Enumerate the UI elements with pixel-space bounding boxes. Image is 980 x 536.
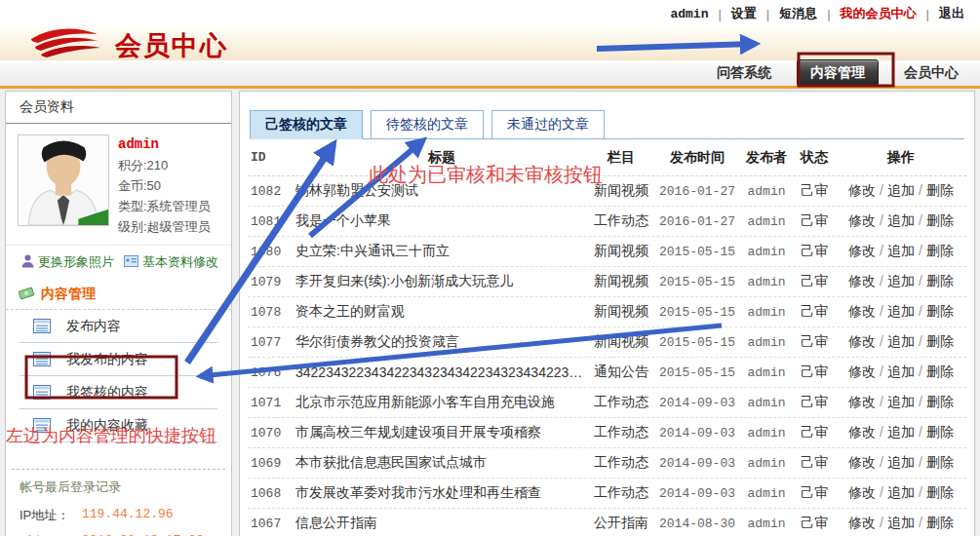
- edit-link[interactable]: 修改: [848, 364, 876, 379]
- article-tab[interactable]: 待签核的文章: [371, 110, 484, 139]
- cell-category: 公开指南: [588, 515, 654, 532]
- cell-status: 己审: [793, 424, 836, 441]
- append-link[interactable]: 追加: [887, 454, 915, 470]
- cell-title[interactable]: 锡林郭勒盟公安测试: [295, 182, 588, 200]
- cell-title[interactable]: 北京市示范应用新能源小客车自用充电设施: [295, 394, 588, 411]
- append-link[interactable]: 追加: [887, 424, 915, 440]
- sidebar-menu-item[interactable]: 我发布的内容: [20, 343, 217, 376]
- avatar: [18, 134, 109, 226]
- delete-link[interactable]: 删除: [926, 333, 954, 349]
- cell-title[interactable]: 资本之王的财富观: [295, 303, 588, 321]
- profile-field: 金币:50: [118, 175, 211, 196]
- cell-title[interactable]: 市属高校三年规划建设项目开展专项稽察: [295, 424, 588, 441]
- delete-link[interactable]: 删除: [926, 515, 954, 530]
- sidebar-menu-item[interactable]: 我签核的内容: [20, 376, 217, 409]
- cell-title[interactable]: 3422343223434223432343422343234342234323…: [295, 364, 588, 380]
- delete-link[interactable]: 删除: [926, 364, 954, 379]
- cell-id: 1070: [248, 426, 295, 440]
- profile-field: 级别:超级管理员: [118, 216, 211, 237]
- cell-status: 己审: [793, 364, 836, 381]
- edit-link[interactable]: 修改: [848, 243, 876, 258]
- append-link[interactable]: 追加: [887, 484, 915, 500]
- append-link[interactable]: 追加: [887, 243, 915, 258]
- edit-link[interactable]: 修改: [848, 333, 876, 349]
- cell-title[interactable]: 史立荣:中兴通讯三十而立: [295, 243, 588, 260]
- cell-id: 1080: [248, 245, 295, 259]
- cell-id: 1067: [248, 517, 295, 531]
- cell-title[interactable]: 华尔街债券教父的投资箴言: [295, 333, 588, 351]
- topbar-link[interactable]: 我的会员中心: [817, 5, 916, 22]
- nav-tab[interactable]: 问答系统: [717, 64, 771, 82]
- col-header-date: 发布时间: [654, 149, 740, 167]
- topbar-link[interactable]: 短消息: [757, 5, 817, 22]
- topbar-link[interactable]: 设置: [708, 5, 756, 22]
- ip-value: 119.44.12.96: [82, 507, 174, 524]
- append-link[interactable]: 追加: [887, 515, 915, 530]
- cell-status: 己审: [793, 333, 836, 351]
- cell-title[interactable]: 本市获批信息惠民国家试点城市: [295, 454, 588, 472]
- table-row: 1067 信息公开指南 公开指南 2014-08-30 admin 己审 修改/…: [248, 509, 966, 536]
- append-link[interactable]: 追加: [887, 182, 915, 198]
- cell-date: 2016-01-27: [654, 214, 740, 229]
- append-link[interactable]: 追加: [887, 273, 915, 288]
- cell-title[interactable]: 李开复归来(续):小创新渐成大玩意儿: [295, 273, 588, 290]
- edit-link[interactable]: 修改: [848, 515, 876, 530]
- delete-link[interactable]: 删除: [926, 182, 954, 198]
- delete-link[interactable]: 删除: [926, 273, 954, 288]
- edit-link[interactable]: 修改: [848, 394, 876, 409]
- delete-link[interactable]: 删除: [926, 484, 954, 500]
- append-link[interactable]: 追加: [887, 303, 915, 319]
- article-tab[interactable]: 己签核的文章: [250, 110, 363, 139]
- delete-link[interactable]: 删除: [926, 212, 954, 228]
- edit-link[interactable]: 修改: [848, 212, 876, 228]
- content-manage-section-header: 内容管理: [6, 279, 231, 310]
- cell-title[interactable]: 市发展改革委对我市污水处理和再生稽查: [295, 484, 588, 502]
- cell-author: admin: [740, 517, 793, 531]
- cell-ops: 修改/追加/删除: [836, 182, 966, 200]
- edit-link[interactable]: 修改: [848, 303, 876, 319]
- edit-link[interactable]: 修改: [848, 454, 876, 470]
- sidebar-menu-item[interactable]: 发布内容: [20, 310, 217, 343]
- ip-label: IP地址：: [20, 507, 82, 524]
- delete-link[interactable]: 删除: [926, 454, 954, 470]
- delete-link[interactable]: 删除: [926, 303, 954, 319]
- delete-link[interactable]: 删除: [926, 243, 954, 258]
- cell-title[interactable]: 信息公开指南: [295, 515, 588, 532]
- cell-ops: 修改/追加/删除: [836, 515, 966, 532]
- nav-tab[interactable]: 会员中心: [904, 64, 959, 82]
- append-link[interactable]: 追加: [887, 364, 915, 379]
- edit-link[interactable]: 修改: [848, 484, 876, 500]
- profile-username: admin: [118, 136, 211, 152]
- nav-tab[interactable]: 内容管理: [797, 59, 879, 87]
- cell-author: admin: [740, 214, 793, 229]
- append-link[interactable]: 追加: [887, 333, 915, 349]
- cell-id: 1077: [248, 335, 295, 350]
- delete-link[interactable]: 删除: [926, 424, 954, 440]
- article-tab[interactable]: 未通过的文章: [491, 110, 605, 139]
- change-photo-link[interactable]: 更换形象照片: [21, 253, 114, 271]
- cell-category: 新闻视频: [588, 273, 654, 290]
- cell-title[interactable]: 我是一个小苹果: [295, 212, 588, 230]
- cell-date: 2014-09-03: [654, 426, 740, 440]
- sidebar: 会员资料 admin 积分:210金币:50类型:系统管理员级别:超级管理员: [5, 91, 232, 536]
- cell-ops: 修改/追加/删除: [836, 454, 966, 472]
- topbar-link[interactable]: admin: [670, 7, 708, 21]
- cell-id: 1079: [248, 275, 295, 289]
- edit-link[interactable]: 修改: [848, 182, 876, 198]
- append-link[interactable]: 追加: [887, 212, 915, 228]
- cell-author: admin: [740, 365, 793, 380]
- append-link[interactable]: 追加: [887, 394, 915, 409]
- sidebar-menu-item[interactable]: 我的内容收藏: [20, 409, 217, 442]
- logo-band: 会员中心: [0, 27, 980, 60]
- cell-category: 新闻视频: [588, 303, 654, 321]
- article-table: ID 标题 栏目 发布时间 发布者 状态 操作 1082 锡林郭勒盟公安测试 新…: [248, 139, 966, 536]
- cell-ops: 修改/追加/删除: [836, 424, 966, 441]
- cell-ops: 修改/追加/删除: [836, 333, 966, 351]
- delete-link[interactable]: 删除: [926, 394, 954, 409]
- edit-link[interactable]: 修改: [848, 273, 876, 288]
- cell-author: admin: [740, 335, 793, 350]
- edit-link[interactable]: 修改: [848, 424, 876, 440]
- topbar-link[interactable]: 退出: [917, 5, 964, 22]
- col-header-ops: 操作: [836, 149, 966, 167]
- edit-profile-link[interactable]: 基本资料修改: [124, 253, 218, 271]
